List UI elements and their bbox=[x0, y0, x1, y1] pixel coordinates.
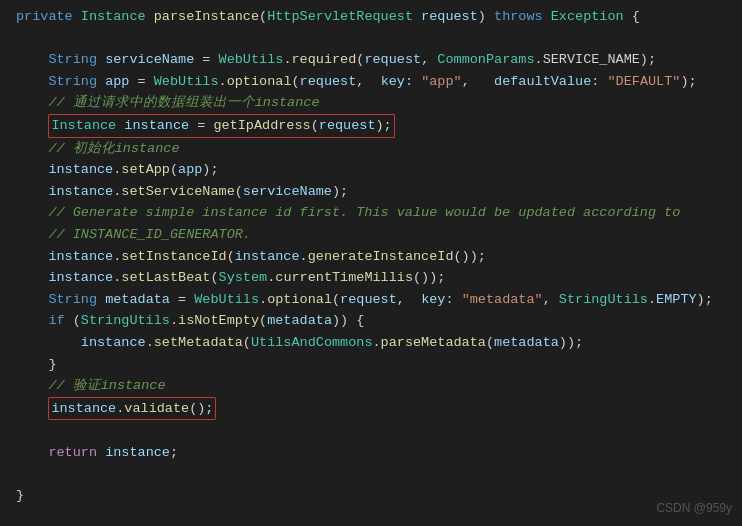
highlighted-code: Instance instance = getIpAddress(request… bbox=[48, 114, 394, 138]
empty-line bbox=[0, 420, 742, 442]
code-line: instance.setInstanceId(instance.generate… bbox=[0, 246, 742, 268]
code-line: // INSTANCE_ID_GENERATOR. bbox=[0, 224, 742, 246]
code-line: Instance instance = getIpAddress(request… bbox=[0, 114, 742, 138]
code-line: String serviceName = WebUtils.required(r… bbox=[0, 49, 742, 71]
code-line: instance.setApp(app); bbox=[0, 159, 742, 181]
code-line: instance.setMetadata(UtilsAndCommons.par… bbox=[0, 332, 742, 354]
code-line: // Generate simple instance id first. Th… bbox=[0, 202, 742, 224]
code-line: private Instance parseInstance(HttpServl… bbox=[0, 6, 742, 28]
highlighted-code: instance.validate(); bbox=[48, 397, 216, 421]
code-line: // 初始化instance bbox=[0, 138, 742, 160]
code-line: } bbox=[0, 485, 742, 507]
code-line: String app = WebUtils.optional(request, … bbox=[0, 71, 742, 93]
code-editor: private Instance parseInstance(HttpServl… bbox=[0, 0, 742, 526]
code-line: } bbox=[0, 354, 742, 376]
code-line: instance.setLastBeat(System.currentTimeM… bbox=[0, 267, 742, 289]
code-line: String metadata = WebUtils.optional(requ… bbox=[0, 289, 742, 311]
empty-line bbox=[0, 28, 742, 50]
code-line: // 验证instance bbox=[0, 375, 742, 397]
empty-line bbox=[0, 463, 742, 485]
code-line: if (StringUtils.isNotEmpty(metadata)) { bbox=[0, 310, 742, 332]
code-line: instance.setServiceName(serviceName); bbox=[0, 181, 742, 203]
code-line: return instance; bbox=[0, 442, 742, 464]
code-line: instance.validate(); bbox=[0, 397, 742, 421]
watermark: CSDN @959y bbox=[656, 499, 732, 518]
code-line: // 通过请求中的数据组装出一个instance bbox=[0, 92, 742, 114]
